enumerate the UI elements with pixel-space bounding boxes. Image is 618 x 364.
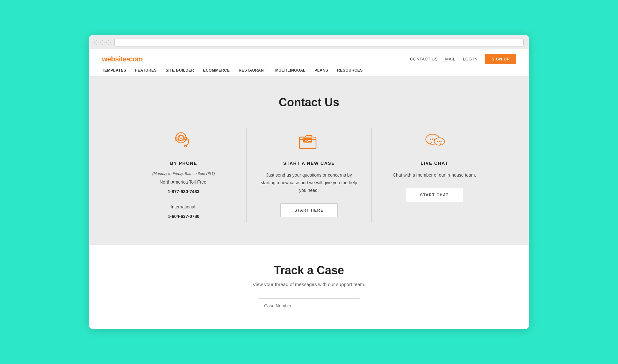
header-right: CONTACT US MAIL LOG IN SIGN UP [410,54,516,64]
track-subtitle: View your thread of messages with our su… [102,282,516,287]
start-here-button[interactable]: START HERE [280,203,338,217]
live-chat-description: Chat with a member of our in-house team. [393,172,476,179]
nav-site-builder[interactable]: SITE BUILDER [166,68,194,73]
contact-section-title: Contact Us [102,96,516,109]
live-chat-title: LIVE CHAT [421,161,448,166]
svg-text:NEW: NEW [305,139,311,142]
nav-plans[interactable]: PLANS [314,68,328,73]
phone-intl-label: International: [171,203,197,211]
live-chat-card: LIVE CHAT Chat with a member of our in-h… [384,128,484,202]
logo[interactable]: website•com [102,55,143,63]
divider-1 [246,128,247,222]
svg-point-5 [180,136,182,138]
nav-features[interactable]: FEATURES [135,68,157,73]
phone-na-number: 1-877-930-7483 [168,188,200,196]
svg-point-4 [184,145,186,147]
live-chat-icon [422,128,447,154]
phone-card-title: BY PHONE [170,161,197,166]
signup-button[interactable]: SIGN UP [485,54,516,64]
phone-na-label: North America Toll-Free: [160,178,208,186]
svg-point-16 [440,141,442,142]
browser-dot-maximize [106,40,111,45]
track-input-wrap [102,298,516,313]
nav-resources[interactable]: RESOURCES [337,68,363,73]
login-link[interactable]: LOG IN [463,57,478,61]
header-top: website•com CONTACT US MAIL LOG IN SIGN … [102,54,516,64]
browser-dot-close [94,40,98,45]
browser-dot-minimize [100,40,104,45]
svg-point-14 [437,141,438,142]
phone-hours: (Monday to Friday, 9am to 6pm PST) [152,172,215,176]
browser-window: website•com CONTACT US MAIL LOG IN SIGN … [89,35,529,329]
new-case-card: NEW START A NEW CASE Just send us your q… [259,128,359,217]
start-chat-button[interactable]: START CHAT [406,188,463,202]
new-case-title: START A NEW CASE [283,161,335,166]
site-header: website•com CONTACT US MAIL LOG IN SIGN … [89,49,529,77]
contact-grid: BY PHONE (Monday to Friday, 9am to 6pm P… [134,128,484,222]
logo-suffix: com [129,55,143,63]
nav-restaurant[interactable]: RESTAURANT [239,68,266,73]
phone-icon [171,128,196,154]
browser-dots [94,40,111,45]
new-case-description: Just send us your questions or concerns … [259,172,359,194]
mail-link[interactable]: MAIL [445,57,456,61]
logo-text: website [102,55,126,63]
phone-card: BY PHONE (Monday to Friday, 9am to 6pm P… [134,128,234,222]
nav-ecommerce[interactable]: ECOMMERCE [203,68,230,73]
nav-multilingual[interactable]: MULTILINGUAL [275,68,305,73]
phone-intl-number: 1-604-637-0780 [168,213,200,220]
case-number-input[interactable] [258,298,360,313]
nav-templates[interactable]: TEMPLATES [102,68,126,73]
contact-us-link[interactable]: CONTACT US [410,57,437,61]
contact-section: Contact Us [89,77,529,244]
address-bar[interactable] [114,38,524,46]
track-title: Track a Case [102,264,516,277]
nav-bar: TEMPLATES FEATURES SITE BUILDER ECOMMERC… [102,68,516,76]
divider-2 [371,128,372,222]
browser-chrome [89,35,529,49]
track-section: Track a Case View your thread of message… [89,245,529,329]
svg-point-11 [432,139,433,140]
new-case-icon: NEW [296,128,322,154]
svg-point-10 [430,139,431,140]
svg-point-15 [439,141,440,142]
